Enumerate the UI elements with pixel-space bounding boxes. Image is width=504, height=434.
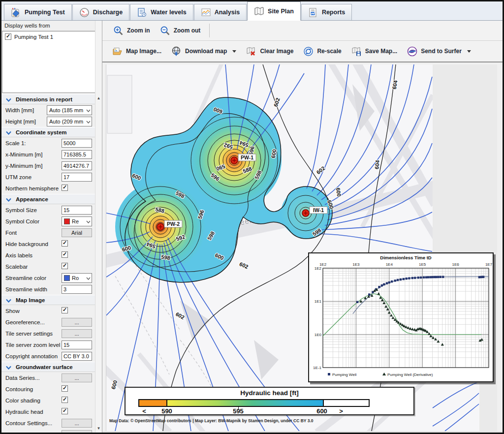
setting-button[interactable]: Arial: [62, 228, 92, 237]
setting-checkbox[interactable]: [62, 240, 68, 247]
map-image--button[interactable]: Map Image...: [107, 44, 166, 59]
setting-checkbox[interactable]: [62, 385, 68, 392]
section-title: Appearance: [16, 196, 48, 202]
section-header-dimensions-in-report[interactable]: Dimensions in report: [1, 94, 95, 104]
tab-water-levels[interactable]: Water levels: [130, 4, 193, 20]
x-tick-label: 1E3: [352, 262, 360, 267]
color-dropdown[interactable]: Re: [62, 217, 92, 226]
zoom-in-button[interactable]: Zoom in: [108, 23, 155, 38]
setting-checkbox[interactable]: [62, 307, 68, 313]
toolbar-button-label: Map Image...: [126, 48, 161, 55]
site-plan-map[interactable]: Pioneer Road6005985965945925905885965986…: [106, 64, 497, 431]
contour-label: 604: [374, 159, 380, 169]
tab-analysis[interactable]: Analysis: [194, 4, 247, 20]
setting-input[interactable]: 15: [62, 206, 92, 215]
legend-min: 590: [161, 407, 172, 415]
map-copyright: Map Data: © OpenStreetMap contributors |…: [109, 418, 314, 423]
setting-row: Width [mm]Auto (185 mm: [1, 104, 95, 116]
setting-row: Northern hemisphere: [1, 183, 95, 194]
section-header-groundwater-surface[interactable]: Groundwater surface: [1, 362, 95, 372]
well-list-item[interactable]: Pumping Test 1: [5, 33, 98, 40]
setting-input[interactable]: 5000: [62, 139, 92, 148]
collapse-chevron-icon[interactable]: [6, 296, 11, 305]
toolbar-button-label: Zoom out: [174, 27, 201, 34]
setting-row: Color shading: [1, 395, 95, 406]
checkbox-cell: [62, 396, 92, 405]
dropdown-caret-icon[interactable]: [232, 50, 236, 53]
data-point: [378, 286, 380, 288]
setting-row: Hide background: [1, 238, 95, 249]
collapse-chevron-icon[interactable]: [6, 128, 11, 137]
setting-checkbox[interactable]: [62, 397, 68, 403]
setting-button[interactable]: ...: [62, 419, 92, 428]
toolbar-button-label: Clear Image: [260, 48, 293, 55]
data-point: [388, 281, 390, 283]
collapse-chevron-icon[interactable]: [6, 95, 11, 104]
setting-button[interactable]: ...: [62, 318, 92, 327]
toolbar-separator: [209, 24, 210, 37]
hydraulic-head-legend: Hydraulic head [ft] < 590 595 600 >: [125, 387, 414, 415]
x-tick-label: 1E6: [452, 262, 459, 267]
setting-input[interactable]: 4914276.7: [62, 161, 92, 170]
setting-label: Scalebar: [5, 264, 62, 270]
data-point: [425, 276, 427, 278]
setting-row: Hydraulic head: [1, 406, 95, 417]
tab-pumping-test[interactable]: Pumping Test: [4, 4, 72, 20]
zoom-in-icon: [113, 26, 124, 36]
wells-listbox[interactable]: Pumping Test 1: [2, 31, 101, 93]
tab-discharge[interactable]: Discharge: [72, 4, 129, 20]
checkbox-cell: [62, 307, 92, 315]
collapse-chevron-icon[interactable]: [6, 363, 11, 372]
setting-button[interactable]: ...: [62, 430, 92, 433]
section-header-coordinate-system[interactable]: Coordinate system: [1, 127, 95, 137]
section-header-appearance[interactable]: Appearance: [1, 194, 95, 204]
setting-input[interactable]: 716385.5: [62, 150, 92, 159]
setting-label: Data Series...: [5, 375, 62, 381]
setting-button[interactable]: ...: [62, 329, 92, 338]
sidebar-scrollbar[interactable]: ▲ ▼: [95, 21, 102, 433]
setting-checkbox[interactable]: [62, 263, 68, 269]
dropdown-caret-icon[interactable]: [467, 50, 471, 53]
setting-input[interactable]: 3: [62, 285, 92, 294]
section-header-map-image[interactable]: Map Image: [1, 295, 95, 305]
clear-image-button[interactable]: Clear Image: [241, 44, 298, 59]
data-point: [442, 276, 444, 278]
data-point: [411, 277, 413, 279]
checkbox-cell: [62, 251, 92, 260]
tab-label: Discharge: [93, 9, 123, 16]
legend-lt: <: [142, 407, 146, 415]
tab-reports[interactable]: Reports: [301, 4, 352, 20]
setting-row: Symbol ColorRe: [1, 216, 95, 227]
setting-dropdown[interactable]: Auto (185 mm: [47, 105, 92, 115]
setting-input[interactable]: 17: [62, 173, 92, 182]
well-checkbox[interactable]: [5, 33, 11, 40]
setting-row: Scale 1:5000: [1, 137, 95, 149]
legend-max: 600: [316, 407, 327, 415]
color-dropdown[interactable]: Ro: [62, 273, 92, 283]
setting-checkbox[interactable]: [62, 251, 68, 258]
re-scale-button[interactable]: Re-scale: [298, 44, 346, 59]
app-window: Pumping TestDischargeWater levelsAnalysi…: [0, 0, 504, 434]
setting-label: Contour Settings...: [5, 420, 62, 426]
contour-label: 598: [161, 254, 171, 261]
send-to-surfer-icon: [407, 46, 417, 57]
setting-checkbox[interactable]: [62, 408, 68, 414]
collapse-chevron-icon[interactable]: [6, 195, 11, 204]
chart-legend-label: Pumping Well: [332, 372, 356, 377]
setting-button[interactable]: ...: [62, 373, 92, 382]
scroll-down-icon[interactable]: ▼: [95, 425, 102, 432]
setting-label: Scale 1:: [5, 140, 62, 146]
setting-input[interactable]: 15: [62, 341, 92, 349]
scroll-up-icon[interactable]: ▲: [95, 94, 102, 102]
download-map-button[interactable]: Download map: [166, 44, 241, 59]
save-map--button[interactable]: Save Map...: [346, 44, 402, 59]
setting-dropdown[interactable]: Auto (209 mm: [47, 117, 92, 126]
legend-boundary-590: [166, 399, 167, 407]
setting-label: Hide background: [5, 241, 62, 247]
tab-site-plan[interactable]: Site Plan: [247, 1, 301, 21]
download-map-icon: [171, 46, 182, 57]
send-to-surfer-button[interactable]: Send to Surfer: [402, 44, 476, 59]
zoom-out-button[interactable]: Zoom out: [155, 23, 206, 38]
setting-checkbox[interactable]: [62, 185, 68, 191]
setting-input[interactable]: CC BY 3.0: [62, 352, 92, 361]
